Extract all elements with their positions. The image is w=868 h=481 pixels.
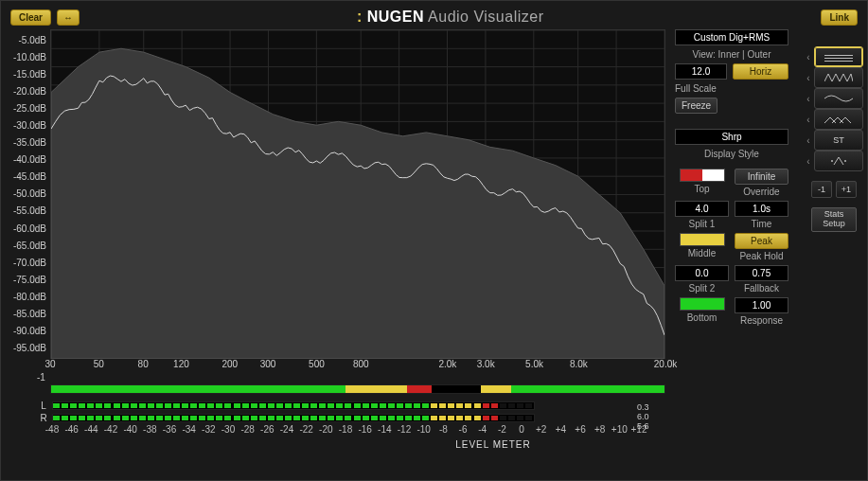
chevron-left-icon[interactable]: ‹ (805, 115, 812, 125)
top-color-swatch[interactable] (680, 169, 725, 182)
channel-label: L (37, 401, 50, 411)
scale-tick: -38 (143, 424, 156, 435)
svg-point-38 (844, 160, 846, 162)
level-meter-title: LEVEL METER (399, 439, 588, 450)
split2-value[interactable]: 0.0 (675, 265, 729, 281)
scale-tick: -26 (260, 424, 274, 435)
chevron-left-icon[interactable]: ‹ (805, 52, 812, 62)
view-label: View: Inner | Outer (675, 49, 788, 60)
level-bar (52, 401, 535, 410)
y-tick: -35.0dB (9, 137, 46, 148)
y-tick: -55.0dB (9, 205, 46, 216)
x-tick: 200 (221, 359, 238, 369)
level-meter: LR -48-46-44-42-40-38-36-34-32-30-28-26-… (1, 400, 867, 450)
svg-rect-35 (824, 58, 853, 59)
view-bars-icon[interactable] (814, 46, 863, 67)
scale-tick: -36 (163, 424, 176, 435)
x-tick: 800 (353, 359, 369, 369)
y-tick: -5.0dB (9, 35, 46, 45)
time-value[interactable]: 1.0s (735, 201, 788, 217)
scale-tick: -24 (280, 424, 293, 435)
view-wave-icon[interactable] (814, 88, 863, 109)
topbar-left: Clear ↔ (10, 9, 80, 26)
channel-label: R (37, 413, 50, 423)
level-readout: 0.3 (637, 402, 649, 412)
scale-tick: -6 (459, 424, 468, 435)
freeze-button[interactable]: Freeze (675, 98, 717, 114)
scale-tick: -8 (439, 424, 448, 435)
svg-rect-36 (824, 61, 853, 62)
x-tick: 20.0k (654, 359, 677, 369)
brand-colon-icon: : (357, 9, 363, 25)
view-waterfall-icon[interactable] (814, 109, 863, 130)
x-tick: 2.0k (438, 359, 456, 369)
scale-tick: -4 (478, 424, 487, 435)
stats-setup-button[interactable]: Stats Setup (811, 207, 857, 232)
peak-button[interactable]: Peak (735, 233, 788, 249)
chevron-left-icon[interactable]: ‹ (805, 94, 812, 104)
svg-rect-34 (824, 55, 853, 56)
level-readout: 6.0 (637, 412, 649, 421)
chevron-left-icon[interactable]: ‹ (805, 156, 812, 167)
scale-tick: -28 (240, 424, 254, 435)
y-tick: -65.0dB (9, 240, 46, 251)
chevron-left-icon[interactable]: ‹ (805, 73, 812, 83)
y-tick: -75.0dB (9, 275, 46, 285)
y-tick: -10.0dB (9, 52, 46, 62)
scale-tick: -18 (339, 424, 352, 435)
strip-left-label: -1 (37, 372, 867, 383)
frequency-strip (50, 384, 665, 394)
fallback-value[interactable]: 0.75 (735, 265, 788, 281)
brand-title: : NUGEN Audio Visualizer (357, 9, 544, 26)
scale-tick: -2 (498, 424, 506, 435)
scale-tick: -44 (84, 424, 97, 435)
scale-tick: -14 (378, 424, 391, 435)
scale-tick: -42 (104, 424, 117, 435)
infinite-button[interactable]: Infinite (735, 169, 788, 185)
display-style-value[interactable]: Shrp (675, 129, 788, 145)
y-tick: -85.0dB (9, 309, 46, 319)
scale-tick: -12 (398, 424, 411, 435)
x-tick: 120 (173, 359, 189, 369)
y-tick: -30.0dB (9, 120, 46, 131)
y-tick: -45.0dB (9, 171, 46, 182)
preset-select[interactable]: Custom Dig+RMS (675, 29, 788, 45)
plus1-button[interactable]: +1 (836, 181, 857, 198)
scale-value[interactable]: 12.0 (675, 63, 727, 80)
x-tick: 300 (260, 359, 276, 369)
bottom-color-swatch[interactable] (680, 297, 725, 311)
swap-button[interactable]: ↔ (57, 9, 80, 26)
y-tick: -40.0dB (9, 154, 46, 165)
spectrum-plot[interactable] (50, 29, 665, 359)
y-axis: -5.0dB-10.0dB-15.0dB-20.0dB-25.0dB-30.0d… (9, 35, 50, 353)
horiz-button[interactable]: Horiz (733, 63, 788, 80)
y-tick: -25.0dB (9, 103, 46, 114)
scale-tick: +6 (575, 424, 585, 435)
y-tick: -80.0dB (9, 292, 46, 302)
view-spectrum-icon[interactable] (814, 67, 863, 88)
minus1-button[interactable]: -1 (811, 181, 832, 198)
view-stereo-icon[interactable]: ST (814, 130, 863, 151)
x-tick: 500 (309, 359, 325, 369)
level-bar (52, 414, 535, 422)
scale-tick: -40 (123, 424, 136, 435)
scale-tick: -48 (45, 424, 59, 435)
display-style-label: Display Style (675, 149, 788, 159)
x-axis: 3050801202003005008002.0k3.0k5.0k8.0k20.… (50, 359, 665, 372)
link-button[interactable]: Link (821, 9, 858, 26)
y-tick: -70.0dB (9, 258, 46, 268)
top-bar: Clear ↔ : NUGEN Audio Visualizer Link (1, 1, 867, 29)
level-readout: 5.6 (637, 421, 649, 431)
middle-color-swatch[interactable] (680, 233, 725, 246)
scale-tick: -46 (64, 424, 78, 435)
y-tick: -50.0dB (9, 188, 46, 199)
scale-tick: +2 (536, 424, 546, 435)
y-tick: -95.0dB (9, 343, 46, 353)
view-vectorscope-icon[interactable] (814, 151, 863, 171)
view-switcher: ‹‹‹‹‹ST‹ -1 +1 Stats Setup (806, 46, 861, 232)
clear-button[interactable]: Clear (10, 9, 51, 26)
chevron-left-icon[interactable]: ‹ (805, 135, 812, 146)
response-value[interactable]: 1.00 (735, 297, 788, 313)
x-tick: 3.0k (477, 359, 495, 369)
split1-value[interactable]: 4.0 (675, 201, 729, 217)
